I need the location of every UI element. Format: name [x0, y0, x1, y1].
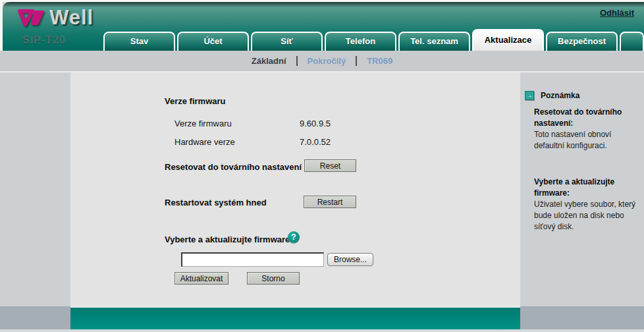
note-sidebar: → Poznámka Resetovat do továrního nastav…	[520, 72, 644, 308]
subnav-pokrocily[interactable]: Pokročilý	[308, 56, 346, 66]
note-title: Poznámka	[541, 91, 579, 100]
subnav-separator	[296, 56, 298, 66]
left-sliver	[0, 0, 3, 51]
upgrade-label: Vyberte a aktualizujte firmware	[165, 235, 290, 244]
bottom-strip	[0, 329, 644, 332]
note-heading: Resetovat do továrního nastavení:	[534, 107, 642, 129]
note-body: Uživatel vybere soubor, který bude ulože…	[534, 199, 642, 233]
page: Well SIP-T20 Odhlásit Stav Účet Síť Tele…	[0, 0, 644, 332]
firmware-version-label: Verze firmwaru	[174, 119, 232, 128]
tab-aktualizace[interactable]: Aktualizace	[472, 29, 544, 51]
tab-ucet[interactable]: Účet	[177, 32, 249, 51]
note-heading: Vyberte a aktualizujte firmware:	[534, 177, 642, 199]
restart-label: Restartovat systém hned	[165, 198, 267, 208]
subnav-separator	[356, 56, 357, 66]
logout-link[interactable]: Odhlásit	[600, 8, 634, 18]
subnav-tr069[interactable]: TR069	[367, 56, 392, 66]
tab-bezpecnost[interactable]: Bezpečnost	[546, 32, 618, 51]
well-logo-icon	[17, 8, 46, 28]
tab-sit[interactable]: Síť	[251, 32, 323, 51]
logo-text: Well	[49, 6, 94, 30]
firmware-file-input[interactable]	[181, 252, 324, 267]
note-body: Toto nastavení obnoví defaultní konfigur…	[534, 129, 642, 152]
hardware-version-label: Hardware verze	[174, 137, 235, 147]
footer-left-spacer	[0, 306, 70, 329]
main-panel: Verze firmwaru Verze firmwaru 9.60.9.5 H…	[70, 72, 520, 308]
help-icon[interactable]: ?	[288, 231, 300, 243]
tab-tel-seznam[interactable]: Tel. seznam	[398, 32, 470, 51]
note-list: Resetovat do továrního nastavení: Toto n…	[534, 107, 642, 248]
subnav: Základní Pokročilý TR069	[0, 51, 644, 72]
hardware-version-value: 7.0.0.52	[300, 137, 331, 147]
subnav-zakladni[interactable]: Základní	[252, 56, 286, 66]
tab-stav[interactable]: Stav	[103, 32, 175, 51]
footer-right-spacer	[520, 306, 644, 329]
footer-bar	[70, 306, 520, 329]
tab-telefon[interactable]: Telefon	[325, 32, 396, 51]
tab-fragment	[620, 32, 644, 51]
tab-bar: Stav Účet Síť Telefon Tel. seznam Aktual…	[103, 29, 644, 51]
reset-button[interactable]: Reset	[304, 159, 356, 172]
note-header: → Poznámka	[525, 91, 579, 100]
browse-button[interactable]: Browse...	[327, 253, 373, 266]
model-label: SIP-T20	[22, 34, 66, 46]
note-item: Vyberte a aktualizujte firmware: Uživate…	[534, 177, 642, 233]
firmware-section-title: Verze firmwaru	[165, 96, 226, 106]
note-arrow-icon: →	[525, 91, 534, 100]
header: Well SIP-T20 Odhlásit Stav Účet Síť Tele…	[3, 2, 644, 51]
cancel-button[interactable]: Storno	[247, 272, 300, 285]
firmware-version-value: 9.60.9.5	[300, 119, 331, 128]
note-item: Resetovat do továrního nastavení: Toto n…	[534, 107, 642, 152]
restart-button[interactable]: Restart	[304, 196, 356, 208]
upgrade-button[interactable]: Aktualizovat	[174, 272, 228, 285]
well-logo: Well	[17, 6, 94, 30]
reset-label: Resetovat do továrního nastavení	[165, 162, 302, 172]
